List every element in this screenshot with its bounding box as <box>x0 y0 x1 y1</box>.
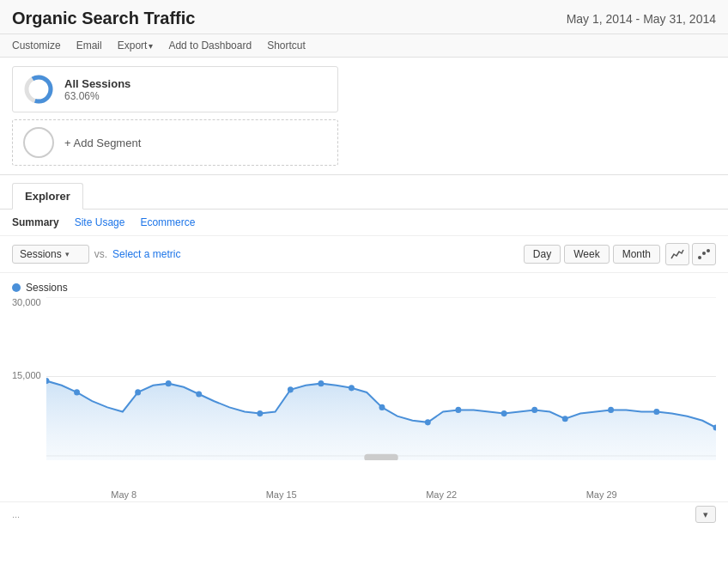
add-segment-button[interactable]: + Add Segment <box>12 119 338 166</box>
y-label-top: 30,000 <box>12 297 41 307</box>
page-title: Organic Search Traffic <box>12 9 195 28</box>
svg-point-22 <box>531 407 537 413</box>
svg-point-21 <box>501 410 507 416</box>
x-label-may15: May 15 <box>266 489 297 500</box>
x-axis: May 8 May 15 May 22 May 29 <box>12 486 716 500</box>
bottom-dots: ... <box>12 509 20 519</box>
all-sessions-segment[interactable]: All Sessions 63.06% <box>12 66 338 112</box>
svg-point-17 <box>349 385 355 391</box>
line-chart-icon <box>670 248 684 260</box>
month-button[interactable]: Month <box>613 245 660 264</box>
email-button[interactable]: Email <box>76 39 102 52</box>
tab-explorer[interactable]: Explorer <box>12 183 83 210</box>
svg-point-20 <box>455 407 461 413</box>
line-chart-svg <box>46 297 716 460</box>
svg-rect-27 <box>364 454 397 460</box>
chart-legend: Sessions <box>12 282 716 294</box>
svg-point-19 <box>425 419 431 425</box>
export-button[interactable]: Export ▾ <box>118 39 154 52</box>
sub-tabs: Summary Site Usage Ecommerce <box>0 210 728 236</box>
svg-point-14 <box>257 410 263 416</box>
segment-name: All Sessions <box>64 77 130 90</box>
sub-tab-summary[interactable]: Summary <box>12 216 59 228</box>
dot-chart-icon <box>697 248 711 260</box>
svg-point-25 <box>653 409 659 415</box>
svg-point-16 <box>318 380 324 386</box>
dot-chart-button[interactable] <box>692 243 716 265</box>
tabs-bar: Explorer <box>0 182 728 210</box>
customize-button[interactable]: Customize <box>12 39 61 52</box>
date-range: May 1, 2014 - May 31, 2014 <box>567 12 716 26</box>
sub-tab-site-usage[interactable]: Site Usage <box>75 216 125 228</box>
segments-area: All Sessions 63.06% + Add Segment <box>0 58 728 175</box>
svg-point-4 <box>707 249 710 252</box>
metric-dropdown[interactable]: Sessions ▾ <box>12 245 89 264</box>
bottom-arrow-button[interactable]: ▾ <box>695 506 716 523</box>
legend-label: Sessions <box>26 282 68 294</box>
svg-point-2 <box>698 256 701 259</box>
svg-point-10 <box>74 389 80 395</box>
x-label-may8: May 8 <box>111 489 136 500</box>
svg-point-11 <box>135 389 141 395</box>
svg-point-15 <box>288 386 294 392</box>
chart-wrapper: 30,000 15,000 <box>12 297 716 486</box>
sub-tab-ecommerce[interactable]: Ecommerce <box>140 216 195 228</box>
page-header: Organic Search Traffic May 1, 2014 - May… <box>0 0 728 34</box>
add-segment-label: + Add Segment <box>64 137 141 149</box>
add-segment-icon <box>23 127 54 158</box>
week-button[interactable]: Week <box>564 245 609 264</box>
line-chart-button[interactable] <box>665 243 689 265</box>
svg-point-24 <box>608 407 614 413</box>
y-label-mid: 15,000 <box>12 370 41 380</box>
add-dashboard-button[interactable]: Add to Dashboard <box>168 39 252 52</box>
chart-type-buttons <box>665 243 716 265</box>
segment-pct: 63.06% <box>64 90 130 102</box>
sessions-donut-icon <box>23 74 54 105</box>
svg-point-3 <box>702 252 706 255</box>
chart-area: Sessions 30,000 15,000 <box>0 273 728 500</box>
svg-point-12 <box>166 380 172 386</box>
shortcut-button[interactable]: Shortcut <box>267 39 306 52</box>
day-button[interactable]: Day <box>524 245 561 264</box>
svg-point-18 <box>379 404 385 410</box>
bottom-bar: ... ▾ <box>0 501 728 526</box>
select-metric-button[interactable]: Select a metric <box>112 248 180 260</box>
vs-label: vs. <box>94 248 107 260</box>
x-label-may29: May 29 <box>586 489 617 500</box>
toolbar: Customize Email Export ▾ Add to Dashboar… <box>0 34 728 58</box>
x-label-may22: May 22 <box>426 489 457 500</box>
svg-marker-8 <box>46 381 716 460</box>
chart-svg <box>46 297 716 460</box>
svg-point-23 <box>562 416 568 422</box>
metric-dropdown-arrow: ▾ <box>65 250 70 258</box>
legend-dot <box>12 283 21 292</box>
svg-point-13 <box>196 391 202 397</box>
time-buttons: Day Week Month <box>524 245 660 264</box>
chart-controls: Sessions ▾ vs. Select a metric Day Week … <box>0 236 728 273</box>
